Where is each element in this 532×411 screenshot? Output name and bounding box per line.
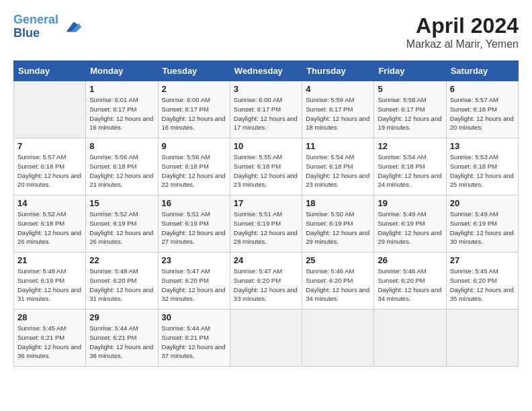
day-number: 12 (378, 141, 442, 151)
calendar-week-5: 28Sunrise: 5:45 AMSunset: 6:21 PMDayligh… (14, 310, 519, 367)
calendar-cell: 30Sunrise: 5:44 AMSunset: 6:21 PMDayligh… (158, 310, 230, 367)
calendar-cell: 3Sunrise: 6:00 AMSunset: 6:17 PMDaylight… (230, 81, 302, 138)
day-info: Sunrise: 5:48 AMSunset: 6:19 PMDaylight:… (17, 267, 82, 304)
day-number: 18 (306, 198, 370, 208)
calendar-cell: 16Sunrise: 5:51 AMSunset: 6:19 PMDayligh… (158, 195, 230, 253)
day-number: 13 (450, 141, 515, 151)
calendar-week-2: 7Sunrise: 5:57 AMSunset: 6:18 PMDaylight… (14, 138, 519, 195)
day-info: Sunrise: 5:56 AMSunset: 6:18 PMDaylight:… (89, 152, 154, 189)
calendar-cell: 22Sunrise: 5:48 AMSunset: 6:20 PMDayligh… (86, 253, 158, 310)
day-info: Sunrise: 5:46 AMSunset: 6:20 PMDaylight:… (306, 267, 370, 304)
day-number: 23 (162, 255, 226, 265)
calendar-cell: 4Sunrise: 5:59 AMSunset: 6:17 PMDaylight… (302, 81, 374, 138)
day-number: 27 (450, 255, 515, 265)
calendar-cell: 7Sunrise: 5:57 AMSunset: 6:18 PMDaylight… (14, 138, 86, 195)
weekday-header-wednesday: Wednesday (230, 61, 302, 81)
day-number: 19 (378, 198, 442, 208)
calendar-cell: 15Sunrise: 5:52 AMSunset: 6:19 PMDayligh… (86, 195, 158, 253)
day-number: 14 (17, 198, 82, 208)
day-info: Sunrise: 5:54 AMSunset: 6:18 PMDaylight:… (378, 152, 442, 189)
calendar-cell: 2Sunrise: 6:00 AMSunset: 6:17 PMDaylight… (158, 81, 230, 138)
day-number: 9 (162, 141, 226, 151)
calendar-cell: 28Sunrise: 5:45 AMSunset: 6:21 PMDayligh… (14, 310, 86, 367)
calendar-cell: 26Sunrise: 5:46 AMSunset: 6:20 PMDayligh… (374, 253, 446, 310)
day-info: Sunrise: 6:00 AMSunset: 6:17 PMDaylight:… (162, 95, 226, 132)
day-info: Sunrise: 5:49 AMSunset: 6:19 PMDaylight:… (378, 210, 442, 246)
day-info: Sunrise: 5:48 AMSunset: 6:20 PMDaylight:… (89, 267, 154, 304)
calendar-cell: 20Sunrise: 5:49 AMSunset: 6:19 PMDayligh… (446, 195, 518, 253)
day-number: 16 (162, 198, 226, 208)
calendar-cell (230, 310, 302, 367)
day-info: Sunrise: 5:44 AMSunset: 6:21 PMDaylight:… (162, 324, 226, 361)
day-info: Sunrise: 5:47 AMSunset: 6:20 PMDaylight:… (162, 267, 226, 304)
day-number: 30 (162, 312, 226, 322)
day-info: Sunrise: 5:47 AMSunset: 6:20 PMDaylight:… (234, 267, 298, 304)
day-number: 25 (306, 255, 370, 265)
calendar-cell: 12Sunrise: 5:54 AMSunset: 6:18 PMDayligh… (374, 138, 446, 195)
weekday-header-sunday: Sunday (14, 61, 86, 81)
page-header: GeneralBlue April 2024 Markaz al Marir, … (13, 13, 519, 50)
day-info: Sunrise: 5:46 AMSunset: 6:20 PMDaylight:… (378, 267, 442, 304)
calendar-week-1: 1Sunrise: 6:01 AMSunset: 6:17 PMDaylight… (14, 81, 519, 138)
calendar-cell: 17Sunrise: 5:51 AMSunset: 6:19 PMDayligh… (230, 195, 302, 253)
weekday-header-friday: Friday (374, 61, 446, 81)
day-info: Sunrise: 5:57 AMSunset: 6:18 PMDaylight:… (450, 95, 515, 132)
day-info: Sunrise: 5:45 AMSunset: 6:20 PMDaylight:… (450, 267, 515, 304)
day-info: Sunrise: 5:49 AMSunset: 6:19 PMDaylight:… (450, 210, 515, 246)
day-number: 20 (450, 198, 515, 208)
calendar-cell: 11Sunrise: 5:54 AMSunset: 6:18 PMDayligh… (302, 138, 374, 195)
day-number: 5 (378, 84, 442, 94)
calendar-cell: 25Sunrise: 5:46 AMSunset: 6:20 PMDayligh… (302, 253, 374, 310)
day-number: 17 (234, 198, 298, 208)
day-number: 26 (378, 255, 442, 265)
calendar-cell: 19Sunrise: 5:49 AMSunset: 6:19 PMDayligh… (374, 195, 446, 253)
calendar-table: SundayMondayTuesdayWednesdayThursdayFrid… (13, 60, 519, 367)
calendar-cell: 9Sunrise: 5:56 AMSunset: 6:18 PMDaylight… (158, 138, 230, 195)
title-block: April 2024 Markaz al Marir, Yemen (406, 13, 519, 50)
day-info: Sunrise: 5:51 AMSunset: 6:19 PMDaylight:… (234, 210, 298, 246)
weekday-header-saturday: Saturday (446, 61, 518, 81)
day-number: 22 (89, 255, 154, 265)
day-info: Sunrise: 5:59 AMSunset: 6:17 PMDaylight:… (306, 95, 370, 132)
calendar-cell: 23Sunrise: 5:47 AMSunset: 6:20 PMDayligh… (158, 253, 230, 310)
logo: GeneralBlue (13, 13, 81, 40)
calendar-header: SundayMondayTuesdayWednesdayThursdayFrid… (14, 61, 519, 81)
calendar-cell (374, 310, 446, 367)
logo-text: GeneralBlue (13, 13, 58, 40)
day-info: Sunrise: 5:56 AMSunset: 6:18 PMDaylight:… (162, 152, 226, 189)
calendar-cell: 24Sunrise: 5:47 AMSunset: 6:20 PMDayligh… (230, 253, 302, 310)
day-number: 2 (162, 84, 226, 94)
day-info: Sunrise: 5:58 AMSunset: 6:17 PMDaylight:… (378, 95, 442, 132)
calendar-cell: 1Sunrise: 6:01 AMSunset: 6:17 PMDaylight… (86, 81, 158, 138)
day-number: 11 (306, 141, 370, 151)
calendar-cell: 6Sunrise: 5:57 AMSunset: 6:18 PMDaylight… (446, 81, 518, 138)
calendar-cell (446, 310, 518, 367)
calendar-cell (302, 310, 374, 367)
calendar-cell: 13Sunrise: 5:53 AMSunset: 6:18 PMDayligh… (446, 138, 518, 195)
day-info: Sunrise: 5:52 AMSunset: 6:19 PMDaylight:… (89, 210, 154, 246)
month-year-title: April 2024 (406, 13, 519, 38)
day-number: 24 (234, 255, 298, 265)
day-number: 1 (89, 84, 154, 94)
day-info: Sunrise: 5:57 AMSunset: 6:18 PMDaylight:… (17, 152, 82, 189)
weekday-header-monday: Monday (86, 61, 158, 81)
day-info: Sunrise: 5:53 AMSunset: 6:18 PMDaylight:… (450, 152, 515, 189)
day-number: 6 (450, 84, 515, 94)
day-number: 10 (234, 141, 298, 151)
calendar-week-3: 14Sunrise: 5:52 AMSunset: 6:18 PMDayligh… (14, 195, 519, 253)
calendar-cell: 5Sunrise: 5:58 AMSunset: 6:17 PMDaylight… (374, 81, 446, 138)
day-number: 28 (17, 312, 82, 322)
day-number: 4 (306, 84, 370, 94)
day-info: Sunrise: 5:55 AMSunset: 6:18 PMDaylight:… (234, 152, 298, 189)
calendar-cell: 8Sunrise: 5:56 AMSunset: 6:18 PMDaylight… (86, 138, 158, 195)
weekday-header-tuesday: Tuesday (158, 61, 230, 81)
day-info: Sunrise: 5:52 AMSunset: 6:18 PMDaylight:… (17, 210, 82, 246)
calendar-cell: 29Sunrise: 5:44 AMSunset: 6:21 PMDayligh… (86, 310, 158, 367)
location-subtitle: Markaz al Marir, Yemen (406, 38, 519, 50)
calendar-cell (14, 81, 86, 138)
calendar-cell: 27Sunrise: 5:45 AMSunset: 6:20 PMDayligh… (446, 253, 518, 310)
calendar-cell: 10Sunrise: 5:55 AMSunset: 6:18 PMDayligh… (230, 138, 302, 195)
day-number: 8 (89, 141, 154, 151)
weekday-header-thursday: Thursday (302, 61, 374, 81)
day-info: Sunrise: 5:44 AMSunset: 6:21 PMDaylight:… (89, 324, 154, 361)
